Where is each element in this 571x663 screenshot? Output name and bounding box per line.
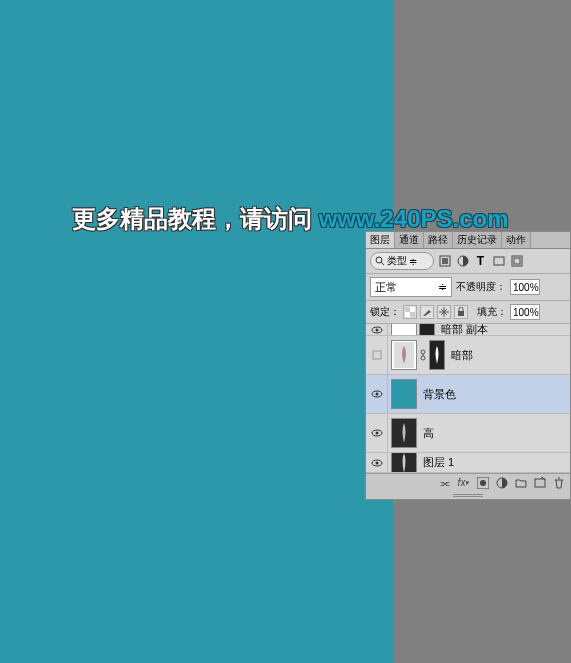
svg-point-18 <box>421 356 425 360</box>
search-icon <box>375 256 385 266</box>
layer-list: 暗部 副本 暗部 背景色 <box>366 324 570 473</box>
svg-rect-12 <box>458 311 464 316</box>
new-fill-icon[interactable] <box>494 475 509 490</box>
link-layers-icon[interactable]: ⫘ <box>437 475 452 490</box>
fx-icon[interactable]: fx▾ <box>456 475 471 490</box>
add-mask-icon[interactable] <box>475 475 490 490</box>
svg-point-27 <box>480 480 486 486</box>
grip-lines-icon <box>453 494 483 497</box>
visibility-toggle[interactable] <box>366 324 388 335</box>
fill-input[interactable]: 100% <box>510 304 540 320</box>
tab-layers[interactable]: 图层 <box>366 232 395 248</box>
filter-pixel-icon[interactable] <box>437 254 452 269</box>
svg-point-25 <box>375 461 378 464</box>
layer-row[interactable]: 图层 1 <box>366 453 570 473</box>
visibility-toggle[interactable] <box>366 414 388 452</box>
tab-channels[interactable]: 通道 <box>395 232 424 248</box>
panel-resize-grip[interactable] <box>366 491 570 499</box>
svg-point-17 <box>421 350 425 354</box>
blend-row: 正常 ≑ 不透明度： 100% <box>366 274 570 301</box>
layer-row[interactable]: 背景色 <box>366 375 570 414</box>
dropdown-arrow-icon: ≑ <box>409 256 417 267</box>
layer-name[interactable]: 背景色 <box>417 387 456 402</box>
svg-point-23 <box>375 432 378 435</box>
blend-mode-select[interactable]: 正常 ≑ <box>370 277 452 297</box>
layer-thumbnail[interactable] <box>391 418 417 448</box>
fill-label: 填充： <box>477 305 507 319</box>
blend-mode-value: 正常 <box>375 280 397 295</box>
svg-rect-3 <box>442 258 448 264</box>
lock-transparency-icon[interactable] <box>403 305 417 319</box>
dropdown-arrow-icon: ≑ <box>438 281 447 294</box>
filter-smart-icon[interactable] <box>509 254 524 269</box>
watermark-link: www.240PS.com <box>319 205 509 232</box>
delete-layer-icon[interactable] <box>551 475 566 490</box>
layer-row[interactable]: 高 <box>366 414 570 453</box>
svg-rect-9 <box>410 312 415 317</box>
svg-rect-5 <box>494 257 504 265</box>
tab-paths[interactable]: 路径 <box>424 232 453 248</box>
filter-adjust-icon[interactable] <box>455 254 470 269</box>
svg-rect-15 <box>373 351 381 359</box>
lock-all-icon[interactable] <box>454 305 468 319</box>
new-layer-icon[interactable] <box>532 475 547 490</box>
tab-history[interactable]: 历史记录 <box>453 232 502 248</box>
svg-point-14 <box>375 328 378 331</box>
panel-tabs: 图层 通道 路径 历史记录 动作 <box>366 232 570 249</box>
watermark-text: 更多精品教程，请访问 <box>72 205 319 232</box>
filter-kind-label: 类型 <box>387 254 407 268</box>
opacity-input[interactable]: 100% <box>510 279 540 295</box>
panel-footer: ⫘ fx▾ <box>366 473 570 491</box>
filter-row: 类型 ≑ T <box>366 249 570 274</box>
layer-row[interactable]: 暗部 <box>366 336 570 375</box>
visibility-toggle[interactable] <box>366 453 388 472</box>
layer-name[interactable]: 高 <box>417 426 434 441</box>
lock-position-icon[interactable] <box>437 305 451 319</box>
tab-actions[interactable]: 动作 <box>502 232 531 248</box>
layer-name[interactable]: 暗部 <box>445 348 473 363</box>
svg-rect-8 <box>405 307 410 312</box>
layer-row[interactable]: 暗部 副本 <box>366 324 570 336</box>
svg-rect-11 <box>405 312 410 317</box>
layers-panel: 图层 通道 路径 历史记录 动作 类型 ≑ T 正常 ≑ 不透明度： 100% … <box>365 231 571 500</box>
svg-rect-29 <box>535 479 545 487</box>
layer-mask-thumbnail[interactable] <box>419 324 435 336</box>
visibility-toggle[interactable] <box>366 336 388 374</box>
new-group-icon[interactable] <box>513 475 528 490</box>
lock-pixels-icon[interactable] <box>420 305 434 319</box>
visibility-off-icon <box>372 350 382 360</box>
filter-shape-icon[interactable] <box>491 254 506 269</box>
opacity-label: 不透明度： <box>456 280 506 294</box>
layer-mask-thumbnail[interactable] <box>429 340 445 370</box>
filter-text-icon[interactable]: T <box>473 254 488 269</box>
filter-kind-select[interactable]: 类型 ≑ <box>370 252 434 270</box>
eye-icon <box>371 457 383 469</box>
lock-row: 锁定： 填充： 100% <box>366 301 570 324</box>
eye-icon <box>371 388 383 400</box>
visibility-toggle[interactable] <box>366 375 388 413</box>
eye-icon <box>371 427 383 439</box>
svg-point-21 <box>375 393 378 396</box>
link-icon <box>419 348 427 362</box>
layer-thumbnail[interactable] <box>391 324 417 336</box>
eye-icon <box>371 324 383 336</box>
svg-rect-10 <box>410 307 415 312</box>
canvas-area[interactable] <box>0 0 393 663</box>
layer-thumbnail[interactable] <box>391 379 417 409</box>
svg-rect-7 <box>514 258 520 264</box>
layer-thumbnail[interactable] <box>391 453 417 473</box>
svg-line-1 <box>381 262 384 265</box>
lock-label: 锁定： <box>370 305 400 319</box>
layer-name[interactable]: 暗部 副本 <box>435 324 488 336</box>
layer-name[interactable]: 图层 1 <box>417 455 454 470</box>
layer-thumbnail[interactable] <box>391 340 417 370</box>
